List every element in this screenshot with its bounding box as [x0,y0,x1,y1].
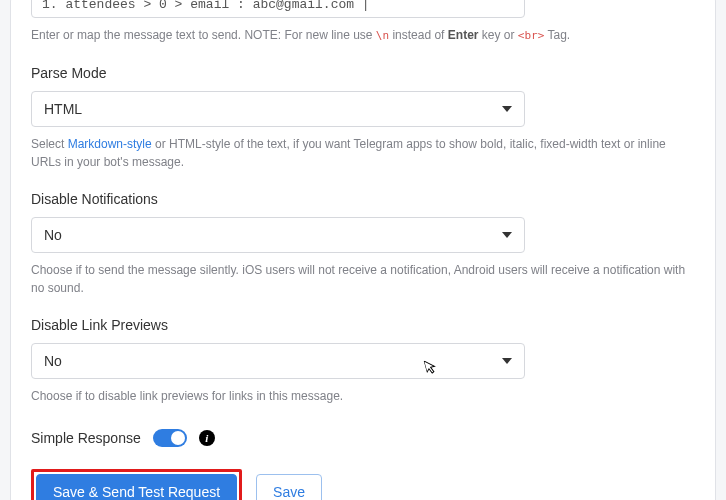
parse-mode-value: HTML [44,101,82,117]
disable-link-previews-select[interactable]: No [31,343,525,379]
simple-response-label: Simple Response [31,430,141,446]
chevron-down-icon [502,232,512,238]
disable-notifications-help: Choose if to send the message silently. … [31,261,695,297]
message-help-text: Enter or map the message text to send. N… [31,26,695,45]
message-text-input[interactable]: 1. attendees > 0 > email : abc@gmail.com… [31,0,525,18]
disable-link-previews-label: Disable Link Previews [31,317,695,333]
parse-mode-field: Parse Mode HTML Select Markdown-style or… [31,65,695,171]
disable-link-previews-field: Disable Link Previews No Choose if to di… [31,317,695,405]
parse-mode-select[interactable]: HTML [31,91,525,127]
disable-notifications-field: Disable Notifications No Choose if to se… [31,191,695,297]
form-panel: 1. attendees > 0 > email : abc@gmail.com… [10,0,716,500]
chevron-down-icon [502,358,512,364]
newline-code: \n [376,29,389,42]
disable-notifications-value: No [44,227,62,243]
highlight-annotation: Save & Send Test Request [31,469,242,501]
parse-mode-label: Parse Mode [31,65,695,81]
chevron-down-icon [502,106,512,112]
br-code: <br> [518,29,545,42]
disable-link-previews-help: Choose if to disable link previews for l… [31,387,695,405]
simple-response-toggle[interactable] [153,429,187,447]
simple-response-row: Simple Response i [31,429,695,447]
parse-mode-help: Select Markdown-style or HTML-style of t… [31,135,695,171]
button-row: Save & Send Test Request Save [31,469,695,501]
message-code-line: 1. attendees > 0 > email : abc@gmail.com… [42,0,514,12]
markdown-style-link[interactable]: Markdown-style [68,137,152,151]
disable-notifications-select[interactable]: No [31,217,525,253]
save-button[interactable]: Save [256,474,322,501]
disable-notifications-label: Disable Notifications [31,191,695,207]
save-send-test-button[interactable]: Save & Send Test Request [36,474,237,501]
toggle-knob [171,431,185,445]
info-icon[interactable]: i [199,430,215,446]
disable-link-previews-value: No [44,353,62,369]
